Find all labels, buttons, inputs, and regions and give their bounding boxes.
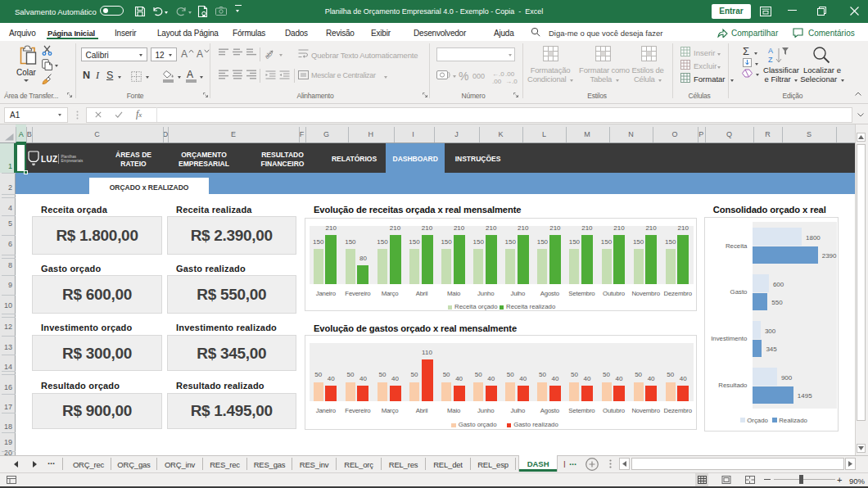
svg-text:A: A bbox=[768, 47, 773, 55]
svg-text:Z: Z bbox=[768, 56, 773, 63]
